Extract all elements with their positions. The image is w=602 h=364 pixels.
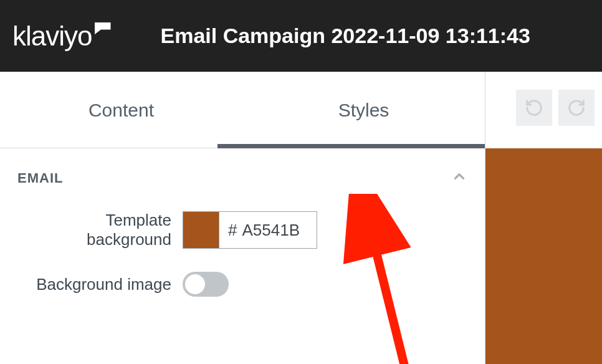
history-toolbar — [516, 90, 595, 126]
background-image-label: Background image — [17, 275, 183, 294]
redo-button[interactable] — [558, 90, 595, 126]
preview-column — [485, 72, 602, 364]
logo-flag-icon — [95, 22, 111, 35]
background-image-toggle[interactable] — [183, 272, 229, 297]
tab-content[interactable]: Content — [0, 72, 242, 148]
klaviyo-logo: klaviyo — [12, 21, 111, 52]
toggle-knob — [185, 274, 205, 294]
email-section: EMAIL Template background # Background i… — [0, 148, 485, 297]
background-image-row: Background image — [17, 272, 467, 297]
logo-text: klaviyo — [12, 21, 92, 52]
app-header: klaviyo Email Campaign 2022-11-09 13:11:… — [0, 0, 602, 72]
tab-styles[interactable]: Styles — [242, 72, 485, 148]
email-section-header[interactable]: EMAIL — [17, 168, 467, 188]
undo-button[interactable] — [516, 90, 552, 126]
template-background-row: Template background # — [17, 211, 467, 249]
left-panel: Content Styles EMAIL Template background… — [0, 72, 485, 364]
color-swatch[interactable] — [183, 212, 219, 248]
panel-tabs: Content Styles — [0, 72, 485, 148]
campaign-title: Email Campaign 2022-11-09 13:11:43 — [161, 24, 530, 48]
hex-input[interactable] — [242, 212, 317, 248]
hash-prefix: # — [219, 221, 242, 240]
template-background-color-input[interactable]: # — [183, 211, 317, 249]
email-preview-canvas[interactable] — [485, 148, 602, 364]
template-background-label: Template background — [17, 211, 183, 249]
email-section-title: EMAIL — [17, 170, 63, 186]
chevron-up-icon[interactable] — [451, 168, 467, 188]
editor-body: Content Styles EMAIL Template background… — [0, 72, 602, 364]
